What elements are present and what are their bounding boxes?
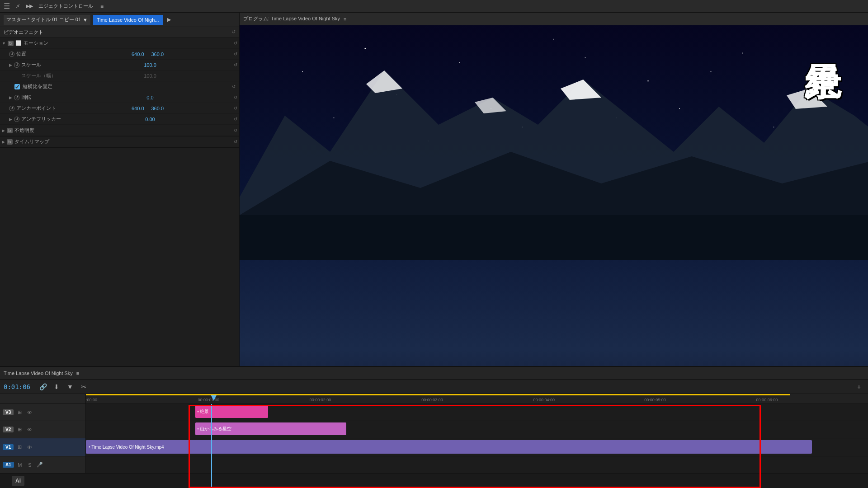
clip-yamakara-label: 山からみる星空 — [200, 426, 231, 432]
clip-zekke[interactable]: ▪ 絶景 — [195, 405, 268, 418]
svg-point-9 — [585, 57, 586, 58]
svg-point-2 — [365, 48, 366, 49]
scale-chevron[interactable]: ▶ — [9, 63, 12, 67]
track-v1-content[interactable]: ▪ Time Lapse Video Of Night Sky.mp4 — [86, 438, 868, 456]
ruler-mark-4: 00:00:04:00 — [533, 398, 555, 402]
motion-header-row[interactable]: ▼ fx ⬜ モーション ↺ — [0, 38, 239, 49]
scale-reset[interactable]: ↺ — [234, 62, 237, 67]
v2-toggle-btn[interactable]: 👁 — [25, 426, 33, 434]
track-v3-content[interactable]: ▪ 絶景 — [86, 404, 868, 421]
link-tool-btn[interactable]: 🔗 — [38, 381, 48, 392]
rotation-row: ▶ ↺ 回転 0.0 ↺ — [0, 92, 239, 103]
sequence-selector[interactable]: マスター * タイトル 01 コピー 01 ▼ — [4, 15, 90, 25]
scale-circle[interactable]: ↺ — [14, 62, 19, 68]
svg-point-16 — [774, 127, 774, 127]
timeline-menu-icon[interactable]: ≡ — [76, 371, 79, 376]
svg-point-3 — [459, 62, 460, 63]
position-reset[interactable]: ↺ — [234, 52, 237, 56]
clip-zekke-label: 絶景 — [200, 408, 209, 415]
bottom-status-bar: Ai — [0, 474, 36, 488]
clip-yamakara[interactable]: ▪ 山からみる星空 — [195, 422, 346, 435]
svg-point-10 — [679, 108, 680, 109]
panel-title: エジェクトコントロール — [38, 3, 93, 9]
anti-flicker-reset[interactable]: ↺ — [234, 117, 237, 122]
rotation-reset[interactable]: ↺ — [234, 95, 237, 100]
fx-badge-timeremap: fx — [7, 139, 13, 145]
anchor-row: ↺ アンカーポイント 640.0 360.0 ↺ — [0, 103, 239, 114]
aspect-ratio-label: 縦横比を固定 — [23, 83, 52, 90]
v1-sync-btn[interactable]: ⊞ — [15, 443, 24, 451]
monitor-title: プログラム: Time Lapse Video Of Night Sky — [243, 15, 340, 22]
aspect-ratio-reset[interactable]: ↺ — [232, 84, 236, 89]
anti-flicker-circle[interactable]: ↺ — [14, 117, 19, 122]
track-v2-header: V2 ⊞ 👁 — [0, 421, 86, 438]
position-x[interactable]: 640.0 — [132, 52, 144, 57]
snap-tool-btn[interactable]: ⬇ — [51, 381, 62, 392]
track-a1-content[interactable] — [86, 456, 868, 473]
section-collapse-icon[interactable]: ↺ — [231, 29, 236, 35]
svg-point-4 — [553, 39, 554, 40]
a1-solo-btn[interactable]: S — [26, 461, 34, 469]
aspect-ratio-row: 縦横比を固定 ↺ — [0, 81, 239, 92]
aspect-ratio-checkbox[interactable] — [14, 84, 20, 89]
time-remap-label: タイムリマップ — [14, 138, 49, 145]
rotation-value[interactable]: 0.0 — [146, 95, 153, 100]
position-y[interactable]: 360.0 — [151, 52, 164, 57]
ruler-mark-1: 00:00:01:00 — [198, 398, 219, 402]
anchor-x[interactable]: 640.0 — [132, 106, 144, 111]
clip-name-badge: Time Lapse Video Of Nigh... — [93, 15, 163, 25]
time-remap-reset[interactable]: ↺ — [234, 139, 237, 144]
panel-menu-icon[interactable]: ≡ — [100, 3, 104, 9]
forward-btn[interactable]: ▶ — [167, 17, 171, 23]
v3-sync-btn[interactable]: ⊞ — [15, 408, 24, 417]
track-v2: V2 ⊞ 👁 ▪ 山からみる星空 — [0, 421, 868, 438]
rotation-circle[interactable]: ↺ — [14, 95, 19, 100]
track-v1-header: V1 ⊞ 👁 — [0, 438, 86, 456]
position-circle[interactable]: ↺ — [9, 52, 14, 57]
add-marker-btn[interactable]: + — [854, 381, 864, 392]
marker-tool-btn[interactable]: ▼ — [65, 381, 75, 392]
motion-reset[interactable]: ↺ — [234, 41, 237, 46]
opacity-reset[interactable]: ↺ — [234, 128, 237, 133]
time-remap-header-row[interactable]: ▶ fx タイムリマップ ↺ — [0, 136, 239, 147]
anchor-circle[interactable]: ↺ — [9, 106, 14, 111]
anti-flicker-chevron[interactable]: ▶ — [9, 117, 12, 122]
ruler-mark-5: 00:00:05:00 — [644, 398, 666, 402]
timeline-secondary-bar: 0:01:06 🔗 ⬇ ▼ ✂ + — [0, 380, 868, 394]
a1-mute-btn[interactable]: M — [16, 461, 24, 469]
anti-flicker-value[interactable]: 0.00 — [145, 117, 155, 122]
svg-rect-24 — [240, 215, 868, 260]
a1-mic-btn[interactable]: 🎤 — [36, 461, 44, 469]
scale-row: ▶ ↺ スケール 100.0 ↺ — [0, 60, 239, 70]
v2-sync-btn[interactable]: ⊞ — [15, 426, 24, 434]
scale-value[interactable]: 100.0 — [144, 62, 156, 68]
clip-selector-bar: マスター * タイトル 01 コピー 01 ▼ Time Lapse Video… — [0, 13, 239, 27]
v1-label: V1 — [3, 444, 14, 450]
monitor-menu-icon[interactable]: ≡ — [344, 16, 346, 22]
rotation-chevron[interactable]: ▶ — [9, 95, 12, 100]
expand-icon[interactable]: ▶▶ — [26, 3, 33, 9]
fx-badge-motion: fx — [8, 41, 14, 46]
time-remap-chevron: ▶ — [2, 140, 5, 144]
anchor-label: アンカーポイント — [16, 105, 61, 112]
clip-video[interactable]: ▪ Time Lapse Video Of Night Sky.mp4 — [86, 440, 812, 454]
opacity-header-row[interactable]: ▶ fx 不透明度 ↺ — [0, 125, 239, 136]
top-bar: ☰ メ ▶▶ エジェクトコントロール ≡ — [0, 0, 868, 13]
video-effects-label: ビデオエフェクト — [4, 29, 43, 35]
clip-label-text: Time Lapse Video Of Nigh... — [97, 17, 159, 23]
razor-tool-btn[interactable]: ✂ — [78, 381, 89, 392]
track-v1: V1 ⊞ 👁 ▪ Time Lapse Video Of Night Sky.m… — [0, 438, 868, 456]
anchor-y[interactable]: 360.0 — [151, 106, 164, 111]
v3-label: V3 — [3, 409, 14, 415]
clip-video-icon: ▪ — [89, 445, 90, 449]
anchor-reset[interactable]: ↺ — [234, 106, 237, 111]
v1-toggle-btn[interactable]: 👁 — [25, 443, 33, 451]
ruler-mark-3: 00:00:03:00 — [421, 398, 443, 402]
position-row: ↺ 位置 640.0 360.0 ↺ — [0, 49, 239, 60]
track-v3-header: V3 ⊞ 👁 — [0, 404, 86, 421]
hamburger-icon[interactable]: ☰ — [4, 2, 10, 10]
rotation-label: 回転 — [21, 94, 66, 101]
v3-toggle-btn[interactable]: 👁 — [25, 408, 33, 417]
ruler-marks-container[interactable]: :00:00 00:00:01:00 00:00:02:00 00:00:03:… — [86, 394, 868, 404]
track-v2-content[interactable]: ▪ 山からみる星空 — [86, 421, 868, 438]
